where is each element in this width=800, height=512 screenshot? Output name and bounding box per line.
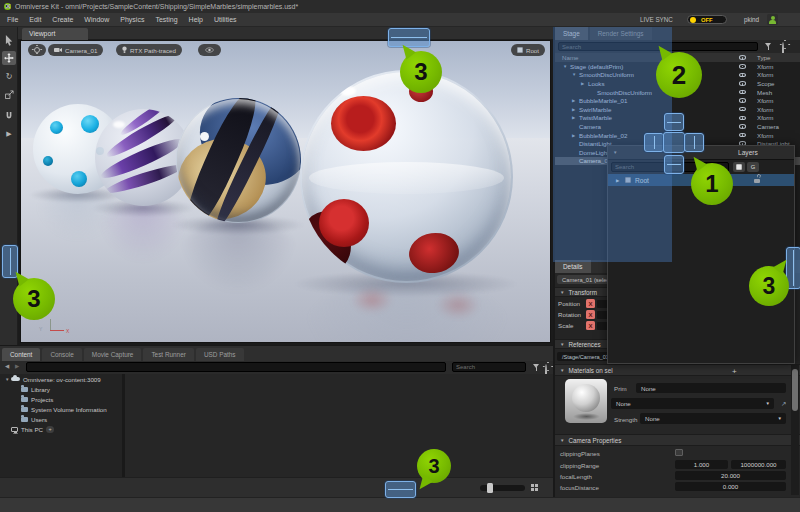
focus-distance-field[interactable]: 0.000 xyxy=(675,482,786,491)
new-layer-button[interactable] xyxy=(733,162,745,172)
transform-section-header[interactable]: ▼ Transform xyxy=(555,287,609,297)
visibility-eye-icon[interactable] xyxy=(739,73,746,78)
rotate-tool-button[interactable]: ↻ xyxy=(2,69,16,83)
strength-dropdown[interactable]: None ▼ xyxy=(640,413,786,424)
clipping-range-min-field[interactable]: 1.000 xyxy=(675,460,728,469)
camera-select-button[interactable]: Camera_01 xyxy=(48,44,103,56)
bottom-panel-tab[interactable]: USD Paths xyxy=(196,348,244,362)
content-tree-item[interactable]: System Volume Information xyxy=(0,404,122,414)
material-preview-thumbnail[interactable] xyxy=(565,379,607,423)
marble-cats-eye[interactable] xyxy=(176,98,301,223)
dock-target-split-bottom[interactable] xyxy=(664,155,684,174)
slider-handle[interactable] xyxy=(487,483,493,493)
transform-row: Rotation X xyxy=(555,309,609,320)
scrollbar-thumb[interactable] xyxy=(792,369,798,411)
item-type-icon xyxy=(21,407,28,412)
menu-item[interactable]: Testing xyxy=(155,16,177,23)
select-tool-button[interactable] xyxy=(2,33,16,47)
clipping-planes-icon[interactable] xyxy=(675,449,683,456)
material-dropdown[interactable]: None ▼ xyxy=(611,398,774,409)
references-section-header[interactable]: ▼ References xyxy=(555,339,609,349)
menu-item[interactable]: File xyxy=(7,16,18,23)
dock-target-split-left[interactable] xyxy=(644,133,664,152)
visibility-eye-icon[interactable] xyxy=(739,116,746,121)
move-tool-button[interactable] xyxy=(2,51,16,65)
camera-properties-header[interactable]: ▼ Camera Properties xyxy=(555,434,800,446)
focal-length-field[interactable]: 20.000 xyxy=(675,471,786,480)
marble-red-dots[interactable] xyxy=(300,70,513,283)
magnet-icon xyxy=(5,112,13,120)
content-file-area[interactable] xyxy=(125,374,553,477)
content-item-label: Users xyxy=(31,416,47,423)
content-search-input[interactable] xyxy=(452,362,526,372)
bottom-panel-tab[interactable]: Console xyxy=(42,348,81,362)
content-tree-item[interactable]: Projects xyxy=(0,394,122,404)
scale-tool-button[interactable] xyxy=(2,87,16,101)
add-material-button[interactable]: + xyxy=(732,367,737,376)
menu-item[interactable]: Create xyxy=(52,16,73,23)
move-icon xyxy=(4,53,14,63)
prim-type: Xform xyxy=(757,97,774,104)
content-tree-item[interactable]: Library xyxy=(0,384,122,394)
snap-tool-button[interactable] xyxy=(2,109,16,123)
content-tree-item[interactable]: ▼ Omniverse: ov-content:3009 xyxy=(0,374,122,384)
clipping-range-max-field[interactable]: 1000000.000 xyxy=(731,460,786,469)
external-link-icon[interactable]: ↗ xyxy=(781,400,786,408)
axis-y-label: Y xyxy=(39,326,42,332)
close-button[interactable]: ✕ xyxy=(0,0,16,13)
add-connection-button[interactable]: + xyxy=(46,426,54,433)
renderer-select-button[interactable]: RTX Path-traced xyxy=(116,44,182,56)
visibility-eye-icon[interactable] xyxy=(739,81,746,86)
visibility-eye-icon[interactable] xyxy=(739,64,746,69)
bottom-panel-tab[interactable]: Test Runner xyxy=(143,348,193,362)
play-button[interactable]: ▶ xyxy=(2,127,16,141)
viewport-settings-button[interactable] xyxy=(28,44,46,56)
prim-type: Mesh xyxy=(757,89,772,96)
menu-item[interactable]: Utilities xyxy=(214,16,237,23)
prim-value-field[interactable]: None xyxy=(636,383,786,393)
content-path-input[interactable] xyxy=(26,362,446,372)
eye-icon xyxy=(205,47,214,53)
axis-x-badge[interactable]: X xyxy=(586,310,595,319)
unlock-icon[interactable] xyxy=(754,177,760,183)
visibility-eye-icon[interactable] xyxy=(739,124,746,129)
bottom-panel-tab[interactable]: Content xyxy=(2,348,40,362)
content-tree-item[interactable]: Users xyxy=(0,414,122,424)
visibility-column-eye-icon xyxy=(739,55,746,60)
dock-target-split-top[interactable] xyxy=(664,113,684,131)
root-prim-button[interactable]: Root xyxy=(511,44,545,56)
menu-item[interactable]: Physics xyxy=(120,16,144,23)
visibility-eye-icon[interactable] xyxy=(739,98,746,103)
user-avatar-icon[interactable] xyxy=(767,14,778,25)
visibility-eye-icon[interactable] xyxy=(739,133,746,138)
menu-item[interactable]: Window xyxy=(84,16,109,23)
prim-type: Xform xyxy=(757,71,774,78)
materials-section-header[interactable]: ▼ Materials on sel + xyxy=(555,364,800,376)
visibility-eye-icon[interactable] xyxy=(739,90,746,95)
menu-item[interactable]: Edit xyxy=(29,16,41,23)
content-item-label: Omniverse: ov-content:3009 xyxy=(23,376,101,383)
live-sync-toggle[interactable]: OFF xyxy=(687,15,727,24)
axis-x-badge[interactable]: X xyxy=(586,321,595,330)
global-button[interactable]: G xyxy=(747,162,759,172)
content-tree-item[interactable]: This PC + xyxy=(0,424,122,434)
bottom-panel-tab[interactable]: Movie Capture xyxy=(84,348,142,362)
floor-reflection xyxy=(178,219,298,294)
visibility-eye-icon[interactable] xyxy=(739,107,746,112)
selection-field[interactable]: Camera_01 (selected) xyxy=(557,275,609,284)
nav-forward-button[interactable]: ▶ xyxy=(15,363,19,369)
menu-item[interactable]: Help xyxy=(189,16,203,23)
tab-viewport[interactable]: Viewport xyxy=(22,28,88,40)
marble-detail xyxy=(50,121,63,134)
dock-target-center[interactable] xyxy=(663,132,685,153)
nav-back-button[interactable]: ◀ xyxy=(5,363,9,369)
marble-detail xyxy=(113,121,125,128)
axis-x-badge[interactable]: X xyxy=(586,299,595,308)
root-button-label: Root xyxy=(526,47,539,54)
omniverse-kit-window: Omniverse Kit - omni/Projects/SampleCont… xyxy=(0,0,800,512)
viewport-visibility-button[interactable] xyxy=(198,44,221,56)
properties-panel: ▼ Materials on sel + Prim None None ▼ ↗ … xyxy=(555,363,800,497)
viewport-scene[interactable]: Camera_01 RTX Path-traced Root Y X xyxy=(20,40,551,343)
reference-path-field[interactable]: /Stage/Camera_01 xyxy=(557,352,609,361)
grid-view-icon[interactable] xyxy=(531,484,534,487)
